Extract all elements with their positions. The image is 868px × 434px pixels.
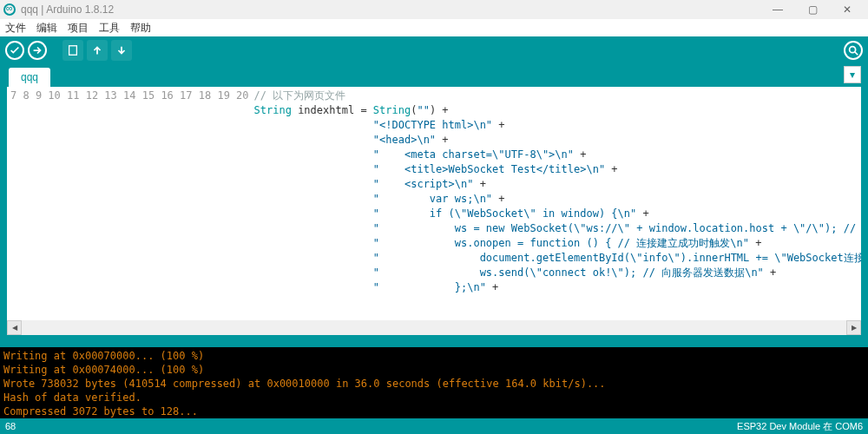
horizontal-scrollbar[interactable]: ◀ ▶ [0, 320, 868, 335]
tab-menu-button[interactable]: ▾ [844, 66, 861, 83]
editor-area: 7 8 9 10 11 12 13 14 15 16 17 18 19 20 /… [0, 87, 868, 347]
menu-file[interactable]: 文件 [5, 21, 26, 36]
menu-help[interactable]: 帮助 [130, 21, 151, 36]
close-button[interactable]: ✕ [830, 0, 865, 19]
window-title: qqq | Arduino 1.8.12 [21, 3, 114, 16]
save-button[interactable] [111, 40, 132, 61]
status-board-port: ESP32 Dev Module 在 COM6 [737, 420, 863, 433]
serial-monitor-button[interactable] [844, 41, 863, 60]
code-editor[interactable]: // 以下为网页文件 String indexhtml = String("")… [254, 87, 861, 320]
magnifier-icon [847, 44, 859, 56]
scroll-left-button[interactable]: ◀ [7, 320, 22, 335]
tab-label: qqq [21, 71, 38, 83]
minimize-button[interactable]: — [760, 0, 795, 19]
open-button[interactable] [87, 40, 108, 61]
verify-button[interactable] [5, 41, 24, 60]
editor-console-divider[interactable] [0, 335, 868, 347]
tab-bar: qqq ▾ [0, 64, 868, 87]
file-icon [67, 44, 79, 56]
scroll-track[interactable] [22, 320, 846, 335]
svg-point-1 [850, 47, 856, 53]
arrow-down-icon [115, 44, 128, 56]
line-gutter: 7 8 9 10 11 12 13 14 15 16 17 18 19 20 [7, 87, 254, 320]
minimize-icon: — [773, 3, 783, 16]
menu-sketch[interactable]: 项目 [68, 21, 89, 36]
status-bar: 68 ESP32 Dev Module 在 COM6 [0, 418, 868, 434]
close-icon: ✕ [843, 3, 852, 16]
chevron-down-icon: ▾ [850, 69, 855, 81]
check-icon [9, 44, 21, 56]
arrow-right-icon [31, 44, 43, 56]
svg-rect-0 [69, 46, 77, 56]
upload-button[interactable] [28, 41, 47, 60]
toolbar [0, 36, 868, 64]
maximize-icon: ▢ [808, 3, 818, 16]
tab-sketch[interactable]: qqq [9, 68, 50, 87]
maximize-button[interactable]: ▢ [795, 0, 830, 19]
arrow-up-icon [91, 44, 103, 56]
scroll-right-button[interactable]: ▶ [846, 320, 861, 335]
title-bar: qqq | Arduino 1.8.12 — ▢ ✕ [0, 0, 868, 19]
console-output[interactable]: Writing at 0x00070000... (100 %) Writing… [0, 347, 868, 418]
arduino-logo-icon [3, 3, 16, 16]
menu-tools[interactable]: 工具 [99, 21, 120, 36]
menu-bar: 文件 编辑 项目 工具 帮助 [0, 19, 868, 36]
new-button[interactable] [62, 40, 83, 61]
menu-edit[interactable]: 编辑 [36, 21, 57, 36]
status-line-number: 68 [5, 421, 16, 431]
